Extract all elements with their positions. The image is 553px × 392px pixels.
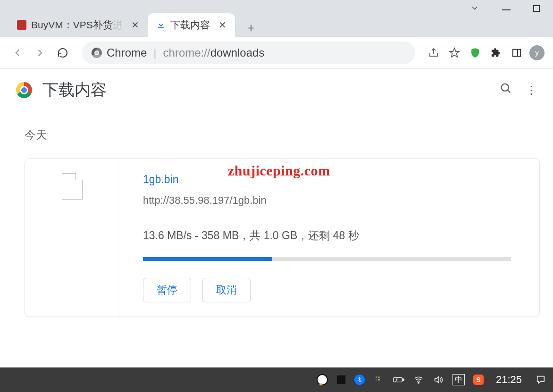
date-heading: 今天 [25,127,540,142]
svg-rect-9 [394,377,402,382]
chrome-logo-icon [16,82,32,98]
close-tab-icon[interactable]: ✕ [131,19,139,31]
window-minimize-button[interactable] [502,4,511,14]
svg-rect-6 [378,376,379,378]
svg-point-11 [418,382,419,383]
svg-point-3 [502,84,509,91]
bluetooth-tray-icon[interactable] [354,375,365,385]
notifications-tray-icon[interactable] [535,374,546,385]
page-title: 下载内容 [42,79,107,101]
svg-rect-10 [402,379,404,381]
omnibox-separator: | [153,46,156,59]
profile-avatar[interactable]: y [529,45,545,60]
omnibox-url: chrome://downloads [163,46,265,59]
favicon-buyvm [17,20,26,30]
search-downloads-button[interactable] [499,82,512,98]
qq-tray-icon[interactable] [317,374,328,385]
browser-toolbar: Chrome | chrome://downloads y [0,37,553,69]
svg-rect-8 [378,379,379,381]
shield-icon[interactable] [467,45,483,61]
download-card: zhujiceping.com 1gb.bin http://38.55.98.… [25,158,540,317]
chrome-badge: Chrome [92,46,147,59]
tab-overflow-icon[interactable] [470,3,479,15]
downloads-header: 下载内容 ⋮ [0,69,553,111]
address-bar[interactable]: Chrome | chrome://downloads [82,42,415,64]
wifi-tray-icon[interactable] [413,374,424,385]
watermark-text: zhujiceping.com [228,163,330,179]
sogou-ime-icon[interactable]: S [473,375,484,385]
svg-marker-12 [435,377,439,383]
forward-button[interactable] [31,44,49,62]
download-url: http://38.55.98.197/1gb.bin [143,194,511,207]
windows-taskbar: 中 S 21:25 [0,367,553,392]
tab-buyvm[interactable]: BuyVM：VPS补货进 ✕ [8,13,148,37]
close-tab-icon[interactable]: ✕ [218,19,226,31]
cancel-button[interactable]: 取消 [202,278,251,302]
download-progress-bar [143,257,511,261]
side-panel-icon[interactable] [509,45,525,61]
svg-marker-0 [450,48,459,57]
more-menu-button[interactable]: ⋮ [526,83,537,97]
misc-tray-icon[interactable] [373,374,385,385]
back-button[interactable] [8,44,26,62]
file-icon-area [25,159,119,317]
taskbar-clock[interactable]: 21:25 [496,374,522,386]
download-favicon [156,20,166,30]
window-maximize-button[interactable] [533,4,540,14]
downloads-content: 今天 zhujiceping.com 1gb.bin http://38.55.… [0,111,553,317]
ime-indicator[interactable]: 中 [452,374,465,385]
battery-tray-icon[interactable] [393,374,404,385]
tab-title: BuyVM：VPS补货进 [31,18,123,32]
file-icon [62,173,83,200]
svg-line-4 [508,90,511,93]
bookmark-icon[interactable] [446,45,462,61]
new-tab-button[interactable]: ＋ [242,18,260,37]
download-status: 13.6 MB/s - 358 MB，共 1.0 GB，还剩 48 秒 [143,228,511,243]
tab-title: 下载内容 [170,18,210,32]
svg-rect-5 [376,376,377,378]
extensions-icon[interactable] [488,45,504,61]
app-tray-icon[interactable] [336,375,346,384]
svg-rect-7 [376,379,377,381]
pause-button[interactable]: 暂停 [143,278,191,302]
reload-button[interactable] [54,44,72,62]
svg-rect-1 [513,49,521,56]
share-icon[interactable] [426,45,442,61]
volume-tray-icon[interactable] [433,374,444,385]
tab-downloads[interactable]: 下载内容 ✕ [148,13,235,37]
chrome-grey-icon [92,48,102,58]
